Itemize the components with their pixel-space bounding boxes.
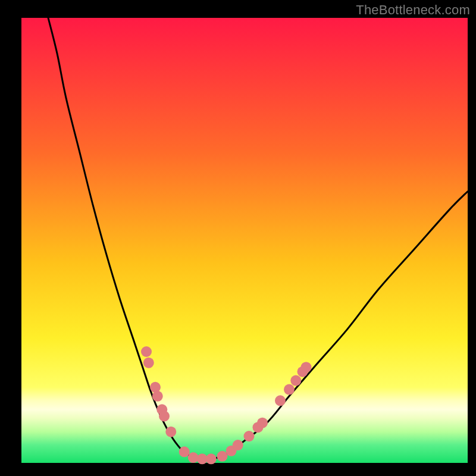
- dot: [217, 451, 228, 462]
- dot: [159, 411, 170, 421]
- watermark-text: TheBottleneck.com: [356, 2, 470, 18]
- dot: [290, 375, 301, 386]
- dot: [301, 362, 312, 372]
- dot: [152, 391, 163, 402]
- dot: [233, 440, 243, 450]
- chart-svg: [0, 0, 476, 476]
- dot: [257, 418, 268, 428]
- dot: [244, 431, 255, 441]
- dot: [179, 446, 190, 457]
- dot: [284, 384, 295, 395]
- dot: [206, 453, 217, 464]
- dot: [150, 382, 161, 393]
- dot: [143, 358, 154, 368]
- dot: [141, 346, 152, 357]
- chart-frame: TheBottleneck.com: [0, 0, 476, 476]
- plot-background: [21, 18, 468, 463]
- dot: [275, 395, 286, 406]
- dot: [165, 427, 176, 437]
